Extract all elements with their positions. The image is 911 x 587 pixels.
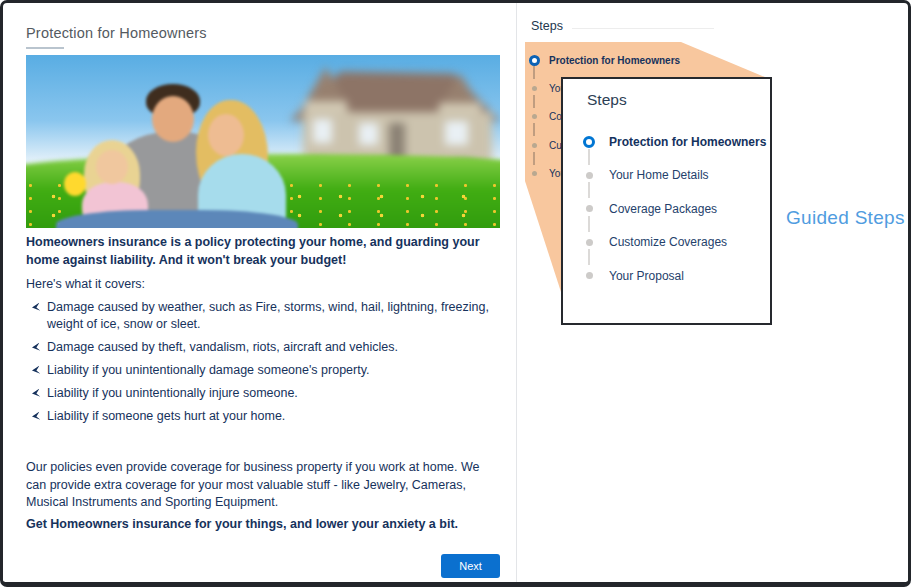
arrow-bullet-icon — [32, 389, 41, 399]
list-item-text: Liability if someone gets hurt at your h… — [47, 408, 285, 425]
list-item: Damage caused by theft, vandalism, riots… — [32, 339, 500, 356]
list-item: Liability if someone gets hurt at your h… — [32, 408, 500, 425]
step-label: Your Home Details — [609, 168, 709, 182]
app-window: Protection for Homeowners Homeowners ins… — [0, 0, 911, 587]
step-label: Protection for Homeowners — [549, 55, 680, 66]
arrow-bullet-icon — [32, 343, 41, 353]
callout-heading: Steps — [587, 91, 627, 109]
business-paragraph: Our policies even provide coverage for b… — [26, 459, 496, 512]
step-label: Protection for Homeowners — [609, 135, 766, 149]
guided-steps-annotation: Guided Steps — [786, 207, 905, 229]
step-item: Customize Coverages — [581, 226, 766, 260]
steps-panel-heading: Steps — [531, 19, 563, 33]
step-item: Protection for Homeowners — [581, 125, 766, 159]
coverage-list: Damage caused by weather, such as Fire, … — [32, 299, 500, 431]
covers-heading: Here's what it covers: — [26, 277, 500, 291]
family-illustration — [56, 84, 306, 228]
step-item[interactable]: Protection for Homeowners — [527, 46, 680, 74]
next-button[interactable]: Next — [441, 554, 500, 578]
magnified-steps-callout: Steps Protection for Homeowners Your Hom… — [561, 77, 772, 325]
step-label: Customize Coverages — [609, 235, 727, 249]
list-item: Damage caused by weather, such as Fire, … — [32, 299, 500, 333]
step-item: Your Proposal — [581, 259, 766, 293]
step-label: Coverage Packages — [609, 202, 717, 216]
closing-paragraph: Get Homeowners insurance for your things… — [26, 517, 500, 531]
step-marker-icon — [527, 160, 541, 188]
list-item-text: Liability if you unintentionally injure … — [47, 385, 298, 402]
page-title: Protection for Homeowners — [26, 25, 207, 41]
family-house-photo — [26, 55, 500, 228]
panel-divider — [516, 3, 517, 582]
list-item-text: Damage caused by theft, vandalism, riots… — [47, 339, 398, 356]
steps-heading-rule — [572, 28, 714, 29]
step-item: Coverage Packages — [581, 192, 766, 226]
list-item-text: Liability if you unintentionally damage … — [47, 362, 369, 379]
arrow-bullet-icon — [32, 366, 41, 376]
arrow-bullet-icon — [32, 412, 41, 422]
title-underline — [26, 47, 64, 49]
list-item-text: Damage caused by weather, such as Fire, … — [47, 299, 500, 333]
step-marker-icon — [581, 259, 597, 293]
step-label: Your Proposal — [609, 269, 684, 283]
callout-steps-list: Protection for Homeowners Your Home Deta… — [581, 125, 766, 293]
list-item: Liability if you unintentionally injure … — [32, 385, 500, 402]
list-item: Liability if you unintentionally damage … — [32, 362, 500, 379]
arrow-bullet-icon — [32, 303, 41, 313]
step-item: Your Home Details — [581, 159, 766, 193]
intro-paragraph: Homeowners insurance is a policy protect… — [26, 234, 502, 269]
